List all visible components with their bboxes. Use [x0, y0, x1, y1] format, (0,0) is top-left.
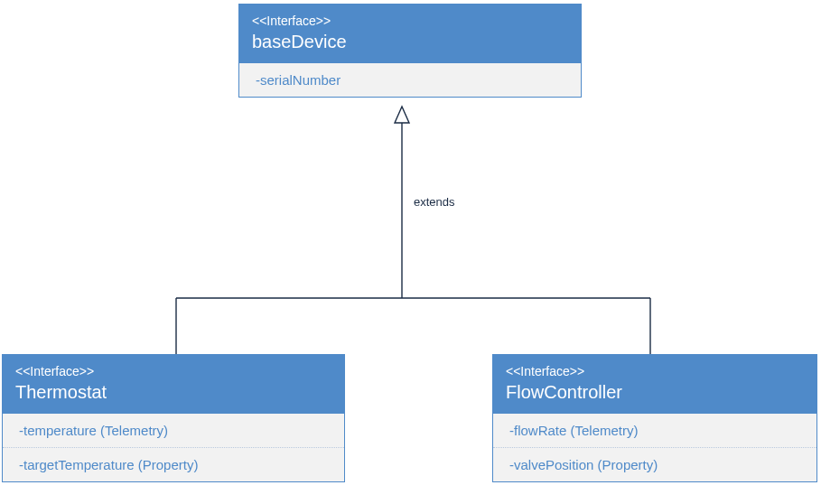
- uml-attribute: -temperature (Telemetry): [3, 414, 344, 448]
- uml-class-name: baseDevice: [252, 32, 568, 52]
- uml-stereotype: <<Interface>>: [252, 14, 568, 28]
- uml-attribute: -valvePosition (Property): [493, 448, 816, 481]
- uml-class-name: Thermostat: [15, 382, 331, 403]
- uml-stereotype: <<Interface>>: [15, 364, 331, 378]
- uml-stereotype: <<Interface>>: [506, 364, 804, 378]
- uml-attributes: -flowRate (Telemetry) -valvePosition (Pr…: [493, 414, 816, 481]
- uml-attribute: -targetTemperature (Property): [3, 448, 344, 481]
- uml-header: <<Interface>> FlowController: [493, 355, 816, 414]
- edge-label-extends: extends: [414, 195, 455, 209]
- uml-attributes: -serialNumber: [239, 63, 581, 97]
- uml-class-basedevice: <<Interface>> baseDevice -serialNumber: [238, 4, 582, 98]
- uml-class-name: FlowController: [506, 382, 804, 403]
- uml-class-thermostat: <<Interface>> Thermostat -temperature (T…: [2, 354, 345, 482]
- uml-attributes: -temperature (Telemetry) -targetTemperat…: [3, 414, 344, 481]
- uml-header: <<Interface>> baseDevice: [239, 5, 581, 63]
- uml-attribute: -flowRate (Telemetry): [493, 414, 816, 448]
- uml-class-flowcontroller: <<Interface>> FlowController -flowRate (…: [492, 354, 817, 482]
- generalization-arrowhead: [395, 107, 409, 123]
- uml-header: <<Interface>> Thermostat: [3, 355, 344, 414]
- uml-attribute: -serialNumber: [239, 63, 581, 97]
